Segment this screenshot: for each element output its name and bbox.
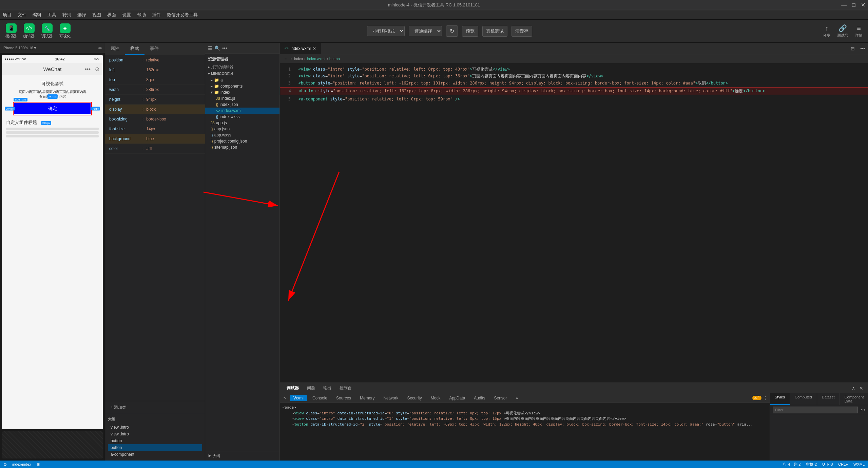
menu-item-interface[interactable]: 界面 bbox=[107, 12, 116, 18]
tree-item-indexjs[interactable]: JS index.js bbox=[205, 95, 279, 101]
tab-console[interactable]: 控制台 bbox=[335, 384, 356, 392]
menu-item-plugin[interactable]: 插件 bbox=[152, 12, 161, 18]
prop-val-top[interactable]: 8rpx bbox=[146, 77, 154, 82]
refresh-btn[interactable]: ↻ bbox=[446, 25, 458, 37]
styles-tab-computed[interactable]: Computed bbox=[790, 393, 817, 405]
outline-footer[interactable]: ▶ 大纲 bbox=[205, 451, 279, 461]
prop-val-fontsize[interactable]: 14px bbox=[146, 127, 155, 131]
prop-val-position[interactable]: relative bbox=[146, 58, 159, 62]
tree-item-indexwxml[interactable]: <> index.wxml bbox=[205, 108, 279, 114]
tree-item-appwxss[interactable]: {} app.wxss bbox=[205, 132, 279, 138]
tab-events[interactable]: 事件 bbox=[144, 43, 164, 55]
tab-output[interactable]: 输出 bbox=[319, 384, 335, 392]
menu-item-settings[interactable]: 设置 bbox=[122, 12, 131, 18]
tree-item-sitemap[interactable]: {} sitemap.json bbox=[205, 144, 279, 150]
more-icon[interactable]: ••• bbox=[222, 45, 227, 51]
maximize-btn[interactable]: □ bbox=[852, 2, 855, 8]
prop-val-background[interactable]: blue bbox=[146, 136, 154, 141]
preview-btn[interactable]: 预览 bbox=[462, 26, 478, 37]
tree-item-projectconfig[interactable]: {} project.config.json bbox=[205, 138, 279, 144]
inspector-tab-audits[interactable]: Audits bbox=[470, 395, 488, 401]
status-file[interactable]: index/index bbox=[12, 462, 31, 466]
outline-item-button1[interactable]: button bbox=[108, 437, 202, 444]
tab-debugger[interactable]: 调试器 bbox=[283, 384, 303, 392]
menu-item-devtools[interactable]: 微信开发者工具 bbox=[167, 12, 198, 18]
menu-item-select[interactable]: 选择 bbox=[77, 12, 86, 18]
outline-item-view1[interactable]: view .intro bbox=[108, 424, 202, 431]
inspector-tab-mock[interactable]: Mock bbox=[427, 395, 444, 401]
wechat-camera-icon[interactable]: ⊙ bbox=[95, 66, 99, 72]
menu-item-project[interactable]: 项目 bbox=[3, 12, 12, 18]
inspector-tab-console[interactable]: Console bbox=[309, 395, 331, 401]
inspector-tab-appdata[interactable]: AppData bbox=[446, 395, 468, 401]
mode-select[interactable]: 小程序模式 bbox=[367, 26, 405, 36]
prop-val-boxsizing[interactable]: border-box bbox=[146, 117, 166, 121]
simulator-tool[interactable]: 📱 模拟器 bbox=[5, 23, 17, 39]
visual-tool[interactable]: ◈ 可视化 bbox=[59, 23, 71, 39]
outline-item-view2[interactable]: view .intro bbox=[108, 431, 202, 437]
tree-item-components[interactable]: ▸ 📁 components bbox=[205, 83, 279, 89]
project-label[interactable]: ▾ MINICODE-4 bbox=[205, 71, 279, 77]
test-action[interactable]: 🔗 测试号 bbox=[837, 24, 848, 38]
clear-btn[interactable]: 清缓存 bbox=[512, 26, 532, 37]
tree-item-indexwxss[interactable]: {} index.wxss bbox=[205, 114, 279, 120]
debugger-tool[interactable]: 🔧 调试器 bbox=[41, 23, 53, 39]
tab-close-icon[interactable]: ✕ bbox=[313, 46, 316, 51]
minimize-btn[interactable]: — bbox=[841, 2, 847, 8]
close-panel-btn[interactable]: ✕ bbox=[857, 386, 865, 391]
dom-button1[interactable]: <button data-ib-structured-id="2" style=… bbox=[283, 422, 767, 428]
tab-styles[interactable]: 样式 bbox=[125, 43, 144, 55]
inspector-tab-network[interactable]: Network bbox=[380, 395, 402, 401]
tree-item-indexjson[interactable]: {} index.json bbox=[205, 101, 279, 108]
search-icon[interactable]: 🔍 bbox=[214, 45, 220, 51]
styles-filter-input[interactable] bbox=[773, 407, 858, 413]
open-editors-label[interactable]: ▸ 打开的编辑器 bbox=[205, 63, 279, 71]
more-actions-btn[interactable]: ••• bbox=[857, 46, 868, 51]
menu-item-view[interactable]: 视图 bbox=[92, 12, 101, 18]
tree-item-appjson[interactable]: {} app.json bbox=[205, 126, 279, 132]
menu-item-file[interactable]: 文件 bbox=[18, 12, 26, 18]
add-class-btn[interactable]: + 添加类 bbox=[105, 401, 205, 414]
tab-indexwxml[interactable]: <> index.wxml ✕ bbox=[280, 43, 321, 54]
inspector-tab-wxml[interactable]: Wxml bbox=[290, 395, 307, 401]
forward-nav-icon[interactable]: → bbox=[289, 57, 293, 61]
prop-val-left[interactable]: 162rpx bbox=[146, 68, 159, 72]
menu-item-help[interactable]: 帮助 bbox=[137, 12, 146, 18]
inspector-tab-sources[interactable]: Sources bbox=[333, 395, 354, 401]
more-debug-icon[interactable]: ⋮ bbox=[764, 396, 768, 400]
menu-item-tools[interactable]: 工具 bbox=[47, 12, 56, 18]
sim-info[interactable]: iPhone 5 100% 16▼ bbox=[3, 46, 37, 50]
styles-tab-dataset[interactable]: Dataset bbox=[817, 393, 840, 405]
tree-item-appjs[interactable]: JS app.js bbox=[205, 120, 279, 126]
prop-val-width[interactable]: 286rpx bbox=[146, 87, 159, 92]
tree-item-index[interactable]: ▾ 📁 index bbox=[205, 89, 279, 95]
compile-select[interactable]: 普通编译 bbox=[409, 26, 442, 36]
menu-item-edit[interactable]: 编辑 bbox=[33, 12, 41, 18]
editor-tool[interactable]: </> 编辑器 bbox=[23, 23, 35, 39]
back-nav-icon[interactable]: ← bbox=[284, 57, 288, 61]
sim-expand-icon[interactable]: ⇔ bbox=[98, 45, 102, 51]
inspector-tab-more[interactable]: » bbox=[513, 395, 522, 401]
detail-action[interactable]: ≡ 详情 bbox=[855, 24, 863, 38]
inspector-tab-sensor[interactable]: Sensor bbox=[491, 395, 510, 401]
tab-attrs[interactable]: 属性 bbox=[105, 43, 125, 55]
real-debug-btn[interactable]: 真机调试 bbox=[482, 26, 507, 37]
menu-item-goto[interactable]: 转到 bbox=[62, 12, 71, 18]
tab-issues[interactable]: 问题 bbox=[303, 384, 319, 392]
prop-val-color[interactable]: #fff bbox=[146, 146, 152, 151]
status-expand-icon[interactable]: ⊞ bbox=[37, 462, 40, 467]
inspector-cursor-icon[interactable]: ↖ bbox=[282, 395, 288, 401]
wechat-more-icon[interactable]: ••• bbox=[85, 66, 91, 72]
tree-item-a[interactable]: ▸ 📁 a bbox=[205, 77, 279, 83]
dom-view1[interactable]: <view class="intro" data-ib-structured-i… bbox=[283, 411, 767, 416]
upload-action[interactable]: ↑ 分享 bbox=[823, 24, 830, 38]
styles-tab-styles[interactable]: Styles bbox=[770, 393, 790, 405]
prop-val-height[interactable]: 94rpx bbox=[146, 97, 156, 102]
dom-view2[interactable]: <view class="intro" data-ib-structured-i… bbox=[283, 416, 767, 422]
split-editor-btn[interactable]: ⊟ bbox=[848, 46, 857, 51]
inspector-tab-security[interactable]: Security bbox=[404, 395, 425, 401]
outline-item-button2[interactable]: button bbox=[108, 444, 202, 451]
styles-tab-componentdata[interactable]: Component Data bbox=[840, 393, 868, 405]
dom-page[interactable]: <page> bbox=[283, 405, 767, 411]
outline-item-acomponent[interactable]: a-component bbox=[108, 451, 202, 458]
